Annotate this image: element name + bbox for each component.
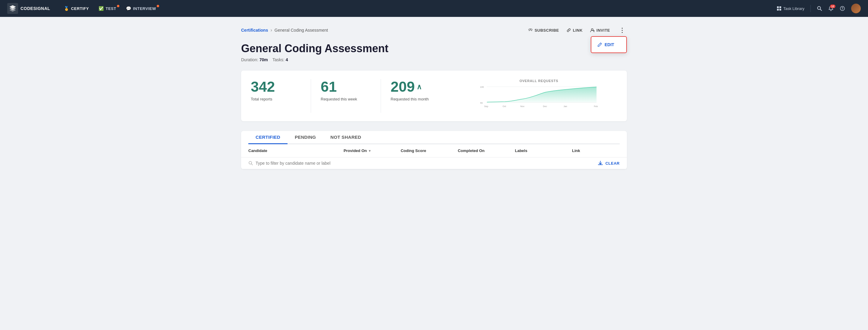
svg-point-10 — [530, 30, 531, 30]
svg-text:Jan: Jan — [564, 105, 567, 108]
stat-total-number: 342 — [251, 79, 301, 95]
breadcrumb: Certifications › General Coding Assessme… — [241, 25, 627, 35]
tasks-label: Tasks: — [273, 57, 284, 62]
user-avatar[interactable] — [851, 4, 861, 13]
more-menu-wrapper: ⋮ EDIT — [617, 25, 627, 35]
download-button[interactable] — [598, 160, 603, 166]
stat-weekly: 61 Requested this week — [321, 79, 381, 113]
task-library-label: Task Library — [783, 6, 804, 11]
link-button[interactable]: LINK — [566, 28, 583, 33]
svg-point-12 — [591, 29, 593, 30]
nav-certify-label: CERTIFY — [71, 6, 89, 11]
invite-label: INVITE — [596, 28, 610, 33]
duration-label: Duration: — [241, 57, 258, 62]
svg-line-26 — [251, 164, 253, 165]
table-tabs: CERTIFIED PENDING NOT SHARED — [241, 131, 627, 144]
duration-value: 70m — [259, 57, 268, 62]
stat-monthly-label: Requested this month — [391, 97, 441, 101]
link-label: LINK — [573, 28, 583, 33]
stat-monthly: 209 ∧ Requested this month — [391, 79, 451, 113]
svg-text:Sep: Sep — [484, 105, 488, 108]
stat-monthly-number: 209 ∧ — [391, 79, 441, 95]
notification-badge: 12 — [830, 4, 835, 8]
filter-search-icon — [248, 161, 253, 166]
filter-input-wrap — [248, 161, 352, 166]
stats-card: 342 Total reports 61 Requested this week… — [241, 70, 627, 121]
col-coding-score: Coding Score — [401, 148, 458, 153]
svg-rect-2 — [779, 6, 781, 8]
svg-text:Dec: Dec — [543, 105, 547, 108]
tab-not-shared[interactable]: NOT SHARED — [323, 131, 368, 144]
subscribe-label: SUBSCRIBE — [535, 28, 559, 33]
breadcrumb-actions: SUBSCRIBE LINK INVITE ⋮ EDIT — [528, 25, 627, 35]
svg-rect-3 — [777, 9, 779, 10]
col-labels: Labels — [515, 148, 572, 153]
nav-divider — [810, 5, 811, 12]
svg-text:220: 220 — [480, 86, 484, 88]
nav-item-interview[interactable]: 💬 INTERVIEW — [122, 4, 160, 13]
help-button[interactable]: ? — [840, 6, 845, 11]
tabs-container: CERTIFIED PENDING NOT SHARED — [248, 131, 620, 144]
nav-item-test[interactable]: ✅ TEST — [94, 4, 121, 13]
col-completed-on: Completed On — [458, 148, 515, 153]
breadcrumb-separator: › — [270, 27, 272, 33]
filter-input[interactable] — [255, 161, 352, 166]
breadcrumb-link[interactable]: Certifications — [241, 28, 268, 33]
page-title: General Coding Assessment — [241, 42, 627, 55]
tab-certified[interactable]: CERTIFIED — [248, 131, 287, 144]
edit-label: EDIT — [604, 42, 614, 47]
chart-area: OVERALL REQUESTS 220 55 — [461, 79, 617, 113]
table-section: CERTIFIED PENDING NOT SHARED Candidate P… — [241, 131, 627, 169]
search-button[interactable] — [817, 6, 822, 11]
svg-text:55: 55 — [480, 102, 483, 104]
more-menu-button[interactable]: ⋮ — [617, 25, 627, 35]
stat-total-label: Total reports — [251, 97, 301, 101]
edit-menu-item[interactable]: EDIT — [591, 39, 626, 50]
nav-item-certify[interactable]: 🏅 CERTIFY — [60, 4, 93, 13]
stat-total: 342 Total reports — [251, 79, 311, 113]
interview-badge — [157, 5, 159, 7]
stat-weekly-label: Requested this week — [321, 97, 371, 101]
svg-point-11 — [531, 30, 532, 31]
col-candidate: Candidate — [248, 148, 344, 153]
col-provided-on[interactable]: Provided On ▼ — [344, 148, 401, 153]
page-meta: Duration: 70m Tasks: 4 — [241, 57, 627, 62]
logo-text: CODESIGNAL — [21, 6, 50, 11]
tasks-value: 4 — [286, 57, 288, 62]
navbar: CODESIGNAL 🏅 CERTIFY ✅ TEST 💬 INTERVIEW … — [0, 0, 868, 17]
notifications-button[interactable]: 12 — [828, 6, 834, 11]
tab-pending[interactable]: PENDING — [287, 131, 323, 144]
nav-right: Task Library 12 ? — [777, 4, 861, 13]
chart-svg: 220 55 — [461, 85, 617, 113]
col-link: Link — [572, 148, 620, 153]
svg-line-6 — [820, 9, 822, 11]
more-dropdown: EDIT — [591, 36, 627, 53]
test-badge — [117, 5, 119, 7]
column-headers: Candidate Provided On ▼ Coding Score Com… — [241, 144, 627, 157]
download-icon — [598, 160, 603, 166]
nav-interview-label: INTERVIEW — [133, 6, 156, 11]
svg-text:Feb: Feb — [594, 105, 598, 108]
svg-text:Nov: Nov — [521, 105, 525, 108]
sort-arrow-icon: ▼ — [368, 149, 371, 153]
svg-rect-1 — [777, 6, 779, 8]
svg-rect-4 — [779, 9, 781, 10]
task-library-link[interactable]: Task Library — [777, 6, 804, 11]
logo[interactable]: CODESIGNAL — [7, 3, 50, 14]
filter-row: CLEAR — [241, 157, 627, 169]
svg-text:?: ? — [841, 7, 843, 10]
invite-button[interactable]: INVITE — [590, 28, 610, 33]
nav-items: 🏅 CERTIFY ✅ TEST 💬 INTERVIEW — [60, 4, 777, 13]
svg-text:Oct: Oct — [502, 105, 506, 108]
breadcrumb-current: General Coding Assessment — [275, 28, 328, 33]
stat-weekly-number: 61 — [321, 79, 371, 95]
nav-test-label: TEST — [105, 6, 116, 11]
filter-actions: CLEAR — [598, 160, 620, 166]
main-content: Certifications › General Coding Assessme… — [229, 17, 639, 178]
svg-point-9 — [529, 30, 530, 31]
subscribe-button[interactable]: SUBSCRIBE — [528, 28, 559, 33]
chart-title: OVERALL REQUESTS — [461, 79, 617, 83]
clear-button[interactable]: CLEAR — [606, 161, 620, 166]
